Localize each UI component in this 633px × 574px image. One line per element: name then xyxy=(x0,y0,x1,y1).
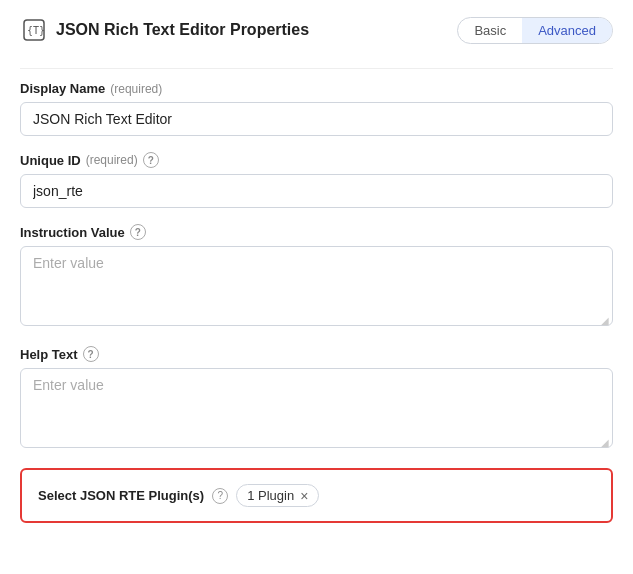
instruction-value-group: Instruction Value ? ◢ xyxy=(20,224,613,330)
unique-id-label: Unique ID (required) ? xyxy=(20,152,613,168)
instruction-value-textarea[interactable] xyxy=(20,246,613,326)
plugin-select-help-icon[interactable]: ? xyxy=(212,488,228,504)
help-text-group: Help Text ? ◢ xyxy=(20,346,613,452)
unique-id-group: Unique ID (required) ? xyxy=(20,152,613,208)
tab-group: Basic Advanced xyxy=(457,17,613,44)
display-name-label: Display Name (required) xyxy=(20,81,613,96)
help-text-label: Help Text ? xyxy=(20,346,613,362)
help-text-help-icon[interactable]: ? xyxy=(83,346,99,362)
display-name-group: Display Name (required) xyxy=(20,81,613,136)
unique-id-help-icon[interactable]: ? xyxy=(143,152,159,168)
help-text-textarea[interactable] xyxy=(20,368,613,448)
plugin-tag[interactable]: 1 Plugin × xyxy=(236,484,319,507)
unique-id-input[interactable] xyxy=(20,174,613,208)
instruction-value-label: Instruction Value ? xyxy=(20,224,613,240)
display-name-required: (required) xyxy=(110,82,162,96)
plugin-select-section: Select JSON RTE Plugin(s) ? 1 Plugin × xyxy=(20,468,613,523)
plugin-tag-label: 1 Plugin xyxy=(247,488,294,503)
page-title: JSON Rich Text Editor Properties xyxy=(56,21,309,39)
svg-text:{T}: {T} xyxy=(27,25,45,36)
divider xyxy=(20,68,613,69)
unique-id-required: (required) xyxy=(86,153,138,167)
instruction-value-wrapper: ◢ xyxy=(20,246,613,330)
tab-basic[interactable]: Basic xyxy=(458,18,522,43)
instruction-value-help-icon[interactable]: ? xyxy=(130,224,146,240)
tab-advanced[interactable]: Advanced xyxy=(522,18,612,43)
help-text-wrapper: ◢ xyxy=(20,368,613,452)
resize-icon: ◢ xyxy=(601,316,609,326)
display-name-input[interactable] xyxy=(20,102,613,136)
plugin-tag-close-icon[interactable]: × xyxy=(300,489,308,503)
editor-icon: {T} xyxy=(20,16,48,44)
header: {T} JSON Rich Text Editor Properties Bas… xyxy=(20,16,613,44)
plugin-select-label: Select JSON RTE Plugin(s) xyxy=(38,488,204,503)
help-text-resize-icon: ◢ xyxy=(601,438,609,448)
